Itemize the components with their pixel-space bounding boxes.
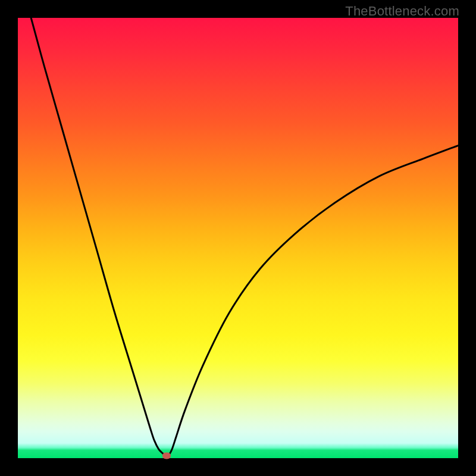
bottleneck-curve: [18, 18, 458, 458]
optimal-point-marker: [162, 453, 171, 459]
watermark-text: TheBottleneck.com: [345, 4, 459, 19]
chart-frame: TheBottleneck.com: [0, 0, 476, 476]
plot-area: [18, 18, 458, 458]
